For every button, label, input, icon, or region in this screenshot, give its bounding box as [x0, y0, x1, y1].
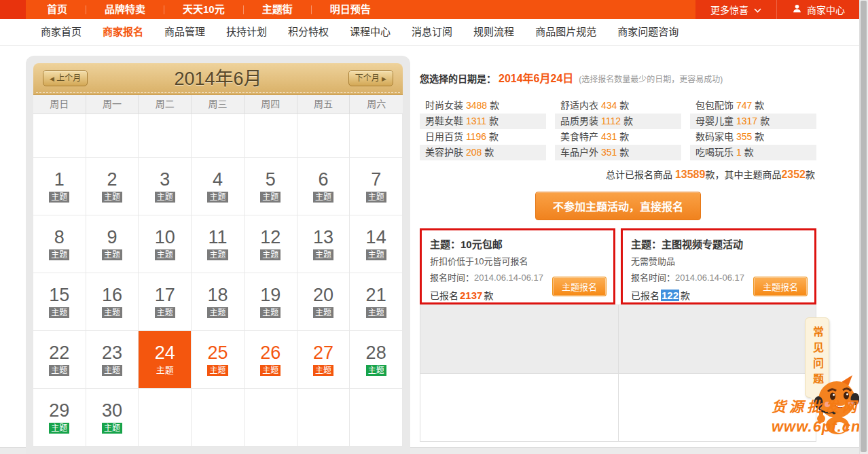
- nav-item-8[interactable]: 规则流程: [473, 19, 514, 45]
- day-number: 26: [260, 343, 281, 362]
- merchant-center-menu[interactable]: 商家中心: [776, 0, 860, 19]
- theme-badge: 主题: [154, 365, 176, 376]
- calendar-day-16[interactable]: 16主题: [86, 273, 139, 331]
- theme-title: 主题：10元包邮: [430, 237, 605, 251]
- topbar-item-4[interactable]: 主题街: [244, 0, 311, 19]
- theme-badge: 主题: [49, 423, 69, 434]
- calendar-empty-cell: [350, 389, 403, 447]
- scrollbar: [859, 0, 868, 454]
- calendar-day-22[interactable]: 22主题: [33, 331, 86, 389]
- calendar-day-8[interactable]: 8主题: [33, 215, 86, 273]
- nav-item-4[interactable]: 扶持计划: [226, 19, 267, 45]
- theme-badge: 主题: [313, 192, 333, 203]
- calendar-empty-cell: [350, 114, 403, 158]
- topbar-item-5[interactable]: 明日预告: [312, 0, 389, 19]
- calendar-day-24[interactable]: 24主题: [139, 331, 192, 389]
- calendar-day-12[interactable]: 12主题: [245, 215, 297, 273]
- topbar-item-1[interactable]: 首页: [29, 0, 86, 19]
- arrow-right-icon: ▶: [382, 75, 386, 82]
- nav-item-7[interactable]: 消息订阅: [412, 19, 452, 45]
- calendar-day-1[interactable]: 1主题: [33, 158, 86, 215]
- nav-item-5[interactable]: 积分特权: [288, 19, 329, 45]
- calendar-day-4[interactable]: 4主题: [192, 158, 245, 215]
- calendar-day-18[interactable]: 18主题: [192, 273, 245, 331]
- nav-item-6[interactable]: 课程中心: [350, 19, 391, 45]
- calendar-day-7[interactable]: 7主题: [350, 158, 403, 215]
- category-unit: 款: [755, 100, 764, 111]
- category-unit: 款: [619, 131, 629, 142]
- day-number: 6: [318, 170, 328, 189]
- enrolled-unit: 款: [484, 290, 493, 301]
- calendar-day-6[interactable]: 6主题: [297, 158, 350, 215]
- total-count: 13589: [675, 169, 706, 180]
- calendar-day-20[interactable]: 20主题: [297, 273, 350, 331]
- calendar-day-29[interactable]: 29主题: [33, 389, 86, 447]
- nav-item-10[interactable]: 商家问题咨询: [617, 19, 679, 45]
- calendar-day-3[interactable]: 3主题: [139, 158, 192, 215]
- calendar-day-2[interactable]: 2主题: [86, 158, 139, 215]
- theme-signup-button[interactable]: 主题报名: [552, 277, 607, 296]
- more-surprises-menu[interactable]: 更多惊喜: [695, 0, 776, 19]
- category-item: 时尚女装3488款: [420, 98, 546, 114]
- calendar-day-11[interactable]: 11主题: [192, 215, 245, 273]
- signup-time-value: 2014.06.14-06.17: [675, 273, 744, 283]
- calendar-day-17[interactable]: 17主题: [139, 273, 192, 331]
- theme-badge: 主题: [366, 192, 386, 203]
- nav-item-9[interactable]: 商品图片规范: [535, 19, 596, 45]
- theme-title: 主题：主图视频专题活动: [631, 237, 806, 251]
- calendar-day-14[interactable]: 14主题: [350, 215, 403, 273]
- category-name: 舒适内衣: [560, 100, 598, 111]
- calendar-day-9[interactable]: 9主题: [86, 215, 139, 273]
- category-item: 母婴儿童1317款: [690, 114, 816, 129]
- calendar-day-5[interactable]: 5主题: [245, 158, 297, 215]
- prev-month-button[interactable]: ◀ 上个月: [43, 70, 88, 86]
- category-item: 车品户外351款: [555, 145, 681, 160]
- theme-badge: 主题: [207, 249, 228, 260]
- direct-signup-button[interactable]: 不参加主题活动，直接报名: [535, 192, 701, 220]
- next-month-button[interactable]: 下个月 ▶: [348, 70, 393, 86]
- enrolled-count: 2137: [460, 290, 482, 301]
- calendar-day-25[interactable]: 25主题: [192, 331, 245, 389]
- category-unit: 款: [489, 131, 499, 142]
- day-number: 28: [366, 343, 386, 362]
- category-count: 1311: [466, 116, 486, 126]
- topbar-menu: 首页品牌特卖天天10元主题街明日预告: [29, 0, 389, 19]
- day-number: 17: [155, 285, 175, 304]
- nav-item-3[interactable]: 商品管理: [164, 19, 205, 45]
- calendar-day-23[interactable]: 23主题: [86, 331, 139, 389]
- nav-item-2[interactable]: 商家报名: [103, 19, 143, 45]
- theme-badge: 主题: [155, 249, 175, 260]
- empty-slot-row: [420, 374, 816, 442]
- theme-badge: 主题: [366, 365, 386, 376]
- weekday-label: 周日: [33, 95, 86, 114]
- theme-badge: 主题: [102, 307, 122, 318]
- topbar-item-2[interactable]: 品牌特卖: [86, 0, 164, 19]
- calendar-day-13[interactable]: 13主题: [297, 215, 350, 273]
- calendar-day-19[interactable]: 19主题: [245, 273, 297, 331]
- chevron-down-icon: [754, 4, 761, 15]
- selected-date-label: 您选择的日期是：: [420, 73, 496, 84]
- theme-signup-button[interactable]: 主题报名: [753, 277, 808, 296]
- day-number: 14: [366, 228, 386, 247]
- day-number: 24: [155, 343, 175, 362]
- category-count: 1: [736, 147, 742, 158]
- theme-badge: 主题: [102, 249, 122, 260]
- day-number: 4: [213, 170, 223, 189]
- category-name: 美食特产: [560, 131, 598, 142]
- calendar-day-28[interactable]: 28主题: [350, 331, 403, 389]
- category-name: 数码家电: [695, 131, 734, 142]
- theme-grid: 主题：10元包邮折扣价低于10元皆可报名报名时间：2014.06.14-06.1…: [420, 228, 816, 442]
- category-count: 351: [601, 147, 617, 158]
- calendar-day-15[interactable]: 15主题: [33, 273, 86, 331]
- calendar-day-27[interactable]: 27主题: [297, 331, 350, 389]
- nav-item-1[interactable]: 商家首页: [41, 19, 82, 45]
- scrollbar-thumb[interactable]: [861, 1, 867, 452]
- topbar-item-3[interactable]: 天天10元: [164, 0, 243, 19]
- category-item: 男鞋女鞋1311款: [420, 114, 546, 129]
- calendar-day-10[interactable]: 10主题: [139, 215, 192, 273]
- category-name: 日用百货: [425, 131, 463, 142]
- calendar-day-26[interactable]: 26主题: [245, 331, 297, 389]
- calendar-day-30[interactable]: 30主题: [86, 389, 139, 447]
- calendar-day-21[interactable]: 21主题: [350, 273, 403, 331]
- total-prefix: 总计已报名商品: [606, 169, 675, 180]
